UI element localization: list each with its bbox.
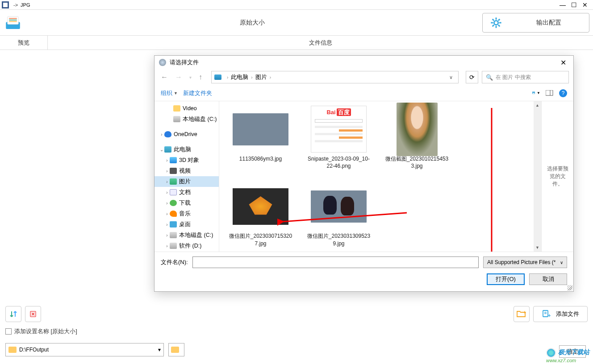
filetype-combo[interactable]: All Supported Picture Files (* ∨ xyxy=(483,256,567,268)
file-thumbnail xyxy=(233,113,288,145)
tree-item-desktop[interactable]: ›桌面 xyxy=(155,219,219,230)
drawer-icon[interactable] xyxy=(4,13,22,32)
tree-item-disk-c2[interactable]: ›本地磁盘 (C:) xyxy=(155,230,219,240)
file-list-scrollbar[interactable]: ▲ ▼ xyxy=(534,101,541,252)
cancel-button[interactable]: 取消 xyxy=(529,273,567,285)
file-thumbnail xyxy=(397,103,438,156)
tree-item-videos[interactable]: ›视频 xyxy=(155,165,219,176)
tree-item-video[interactable]: Video xyxy=(155,103,219,114)
preview-pane-icon xyxy=(546,90,554,96)
breadcrumb-bar[interactable]: › 此电脑 › 图片 › ∨ xyxy=(211,71,459,83)
tree-item-downloads[interactable]: ›下载 xyxy=(155,198,219,208)
close-button[interactable]: ✕ xyxy=(582,1,588,8)
breadcrumb-sep-icon: › xyxy=(227,75,228,80)
tree-item-documents[interactable]: ›文档 xyxy=(155,187,219,198)
file-list[interactable]: 11135086ym3.jpg Bai百度 Snipaste_2023-03-0… xyxy=(219,101,534,252)
file-open-dialog: 请选择文件 ✕ ← → ▾ ↑ › 此电脑 › 图片 › ∨ ⟳ 🔍 在 图片 … xyxy=(154,55,574,292)
search-icon: 🔍 xyxy=(486,74,493,81)
scroll-up-icon[interactable]: ▲ xyxy=(535,102,540,108)
output-path-combo[interactable]: D:\FFOutput ▾ xyxy=(5,343,164,356)
svg-line-10 xyxy=(493,19,494,20)
breadcrumb-sep-icon: › xyxy=(270,75,271,80)
view-mode-button[interactable]: ▼ xyxy=(532,90,540,97)
add-name-checkbox[interactable] xyxy=(5,328,12,335)
maximize-button[interactable]: ☐ xyxy=(571,1,577,8)
chevron-down-icon: ▾ xyxy=(158,347,161,353)
annotation-arrow xyxy=(483,106,501,252)
organize-menu[interactable]: 组织▼ xyxy=(161,89,178,97)
file-item[interactable]: Bai百度 Snipaste_2023-03-09_10-22-46.png xyxy=(306,106,371,170)
help-button[interactable]: ? xyxy=(559,89,567,97)
file-name: Snipaste_2023-03-09_10-22-46.png xyxy=(306,155,371,170)
output-config-label: 输出配置 xyxy=(516,19,582,27)
resize-grip[interactable] xyxy=(567,285,572,290)
file-name: 微信图片_20230307153207.jpg xyxy=(228,232,293,247)
dialog-close-button[interactable]: ✕ xyxy=(558,58,569,67)
new-folder-button[interactable]: 新建文件夹 xyxy=(183,89,212,97)
file-thumbnail xyxy=(311,190,367,223)
tree-item-onedrive[interactable]: ›OneDrive xyxy=(155,129,219,140)
refresh-button[interactable]: ⟳ xyxy=(466,71,478,83)
open-folder-button[interactable] xyxy=(168,343,184,356)
tree-item-disk-d[interactable]: ›软件 (D:) xyxy=(155,240,219,251)
tree-item-this-pc[interactable]: ⌄此电脑 xyxy=(155,144,219,155)
dialog-toolbar: 组织▼ 新建文件夹 ▼ ? xyxy=(155,85,573,101)
svg-text:+: + xyxy=(548,313,551,318)
breadcrumb-history-button[interactable]: ∨ xyxy=(447,74,455,80)
tree-item-pictures[interactable]: ›图片 xyxy=(155,176,219,187)
add-folder-button[interactable]: + xyxy=(514,306,530,322)
minimize-button[interactable]: — xyxy=(560,1,566,8)
sort-button[interactable] xyxy=(5,306,21,322)
clear-icon xyxy=(29,310,37,318)
file-item[interactable]: 微信图片_20230313095239.jpg xyxy=(306,183,371,247)
breadcrumb-folder[interactable]: 图片 xyxy=(255,73,267,81)
output-config-button[interactable]: 输出配置 xyxy=(482,13,589,33)
svg-line-12 xyxy=(493,25,494,26)
add-file-button[interactable]: + 添加文件 xyxy=(533,306,588,322)
folder-tree[interactable]: Video 本地磁盘 (C:) ›OneDrive ⌄此电脑 ›3D 对象 ›视… xyxy=(155,101,219,252)
nav-forward-button[interactable]: → xyxy=(173,71,184,83)
nav-back-button[interactable]: ← xyxy=(159,71,170,83)
filename-input[interactable] xyxy=(192,256,479,268)
tab-preview[interactable]: 预览 xyxy=(0,36,48,50)
watermark-brand: 极光下载站 xyxy=(558,348,589,356)
dialog-bottom-bar: 文件名(N): All Supported Picture Files (* ∨… xyxy=(155,252,573,291)
tab-file-info[interactable]: 文件信息 xyxy=(48,36,593,50)
pictures-icon xyxy=(170,178,177,185)
window-titlebar: -> JPG — ☐ ✕ xyxy=(0,0,593,10)
folder-plus-icon: + xyxy=(517,310,526,318)
file-thumbnail xyxy=(233,188,288,225)
output-path-text: D:\FFOutput xyxy=(19,347,49,353)
file-plus-icon: + xyxy=(542,310,551,318)
nav-recent-button[interactable]: ▾ xyxy=(188,73,193,82)
svg-line-13 xyxy=(498,19,500,20)
dialog-title: 请选择文件 xyxy=(170,58,199,66)
dialog-icon xyxy=(159,59,166,66)
clear-button[interactable] xyxy=(25,306,41,322)
search-input[interactable]: 🔍 在 图片 中搜索 xyxy=(482,71,569,83)
search-placeholder: 在 图片 中搜索 xyxy=(496,74,531,81)
tree-item-disk-c[interactable]: 本地磁盘 (C:) xyxy=(155,114,219,124)
open-button[interactable]: 打开(O) xyxy=(487,273,525,285)
svg-line-11 xyxy=(498,25,500,26)
tab-bar: 预览 文件信息 xyxy=(0,36,593,50)
folder-icon xyxy=(173,105,180,112)
nav-up-button[interactable]: ↑ xyxy=(197,71,204,83)
tree-item-music[interactable]: ›音乐 xyxy=(155,208,219,219)
watermark: 极光下载站 www.xz7.com xyxy=(546,348,589,363)
folder-icon xyxy=(8,347,17,353)
file-item[interactable]: 微信图片_20230307153207.jpg xyxy=(228,183,293,247)
file-item[interactable]: 11135086ym3.jpg xyxy=(228,106,293,170)
breadcrumb-sep-icon: › xyxy=(251,75,252,80)
tree-item-3d-objects[interactable]: ›3D 对象 xyxy=(155,155,219,165)
document-icon xyxy=(170,189,177,195)
file-item[interactable]: 微信截图_20230102154533.jpg xyxy=(384,106,449,170)
disk-icon xyxy=(170,243,177,249)
file-name: 11135086ym3.jpg xyxy=(239,155,282,162)
scroll-down-icon[interactable]: ▼ xyxy=(535,244,540,251)
chevron-down-icon: ∨ xyxy=(560,260,563,265)
svg-point-5 xyxy=(494,21,498,25)
preview-pane-toggle[interactable] xyxy=(546,90,554,97)
breadcrumb-root[interactable]: 此电脑 xyxy=(231,73,248,81)
cube-icon xyxy=(170,157,177,163)
